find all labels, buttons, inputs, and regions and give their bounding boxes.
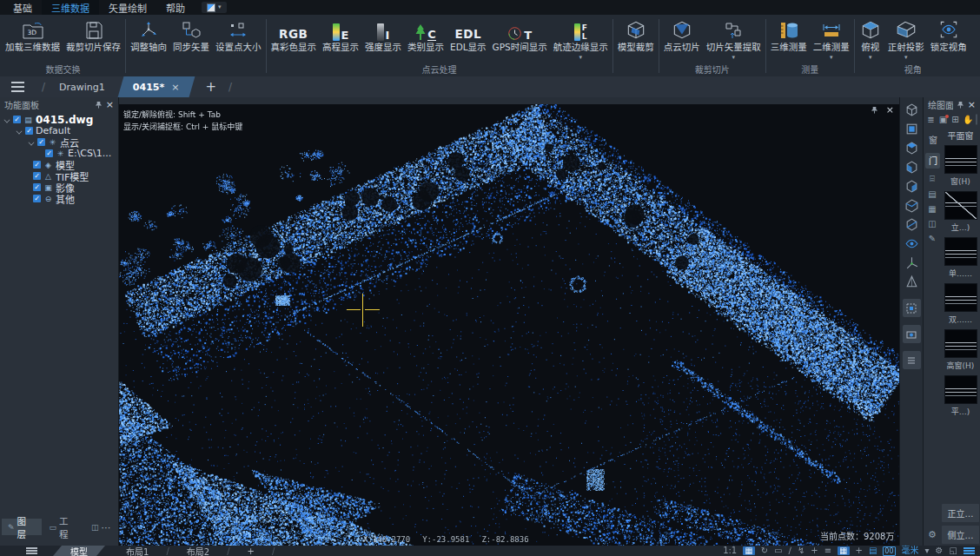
orbit-icon[interactable]: ↻ — [761, 546, 768, 555]
chevron-down-icon[interactable]: ▾ — [925, 546, 930, 555]
grab-hand-icon[interactable]: ✋ — [963, 115, 973, 124]
gps-time-display-button[interactable]: T GPS时间显示 — [493, 17, 547, 53]
category-tab-window[interactable]: 窗 — [925, 132, 940, 148]
layout-tab-model[interactable]: 模型 — [53, 546, 105, 556]
search-input[interactable] — [976, 114, 977, 125]
crosshair-plus-icon[interactable]: + — [811, 546, 818, 555]
adjust-axis-button[interactable]: 调整轴向 — [130, 17, 167, 53]
menu-tab-3d-data[interactable]: 三维数据 — [42, 0, 99, 15]
clip-slice-save-button[interactable]: 裁剪切片保存 — [66, 17, 121, 53]
doc-tab-0415-active[interactable]: 0415* × — [117, 76, 194, 97]
block-item-front-elevation[interactable]: 正立… — [942, 504, 979, 522]
add-layout-button[interactable]: + — [239, 546, 263, 556]
select-box-button[interactable] — [903, 299, 921, 317]
tree-label[interactable]: 其他 — [56, 192, 75, 206]
model-clip-button[interactable]: 模型裁剪 — [618, 17, 654, 53]
fit-view-icon[interactable] — [904, 100, 919, 119]
top-view-button[interactable]: 俯视 ▾ — [859, 17, 882, 61]
slice-vector-extract-button[interactable]: 切片矢量提取 ▾ — [706, 17, 761, 61]
grid-display-icon[interactable]: ▦ — [838, 546, 849, 555]
tree-caret-icon[interactable] — [17, 128, 23, 134]
category-annotation-icon[interactable]: ✎ — [929, 234, 936, 243]
checkbox-checked[interactable]: ✓ — [33, 183, 41, 191]
lineweight-icon[interactable]: ≡ — [824, 546, 831, 555]
category-column-icon[interactable]: ◫ — [928, 219, 936, 228]
checkbox-checked[interactable]: ✓ — [33, 172, 41, 180]
checkbox-checked[interactable]: ✓ — [25, 127, 33, 135]
snapshot-button[interactable] — [903, 325, 921, 343]
pointcloud-slice-button[interactable]: 点云切片 — [664, 17, 700, 53]
pin-icon[interactable] — [957, 101, 964, 109]
panel-tab-more[interactable]: ◫ ⋯ — [85, 519, 116, 535]
zoom-window-icon[interactable] — [904, 119, 919, 138]
gear-icon[interactable]: ⚙ — [936, 546, 944, 555]
category-stairs-icon[interactable]: ▤ — [928, 189, 936, 199]
lock-view-button[interactable]: 锁定视角 — [930, 17, 967, 53]
checkbox-checked[interactable]: ✓ — [33, 161, 41, 169]
category-elevator-icon[interactable]: ⌸ — [930, 174, 935, 184]
snap-grid-icon[interactable]: ▦ — [743, 546, 754, 555]
ortho-icon[interactable]: ∕ — [789, 546, 791, 555]
units-label[interactable]: 毫米 — [902, 546, 919, 555]
load-3d-data-button[interactable]: 3D 加载三维数据 — [5, 17, 60, 53]
list-mode-icon[interactable]: ≣ — [926, 115, 936, 124]
quick-access-dropdown[interactable]: ▾ — [202, 2, 227, 13]
ucs-axis-icon[interactable] — [904, 253, 919, 272]
front-view-icon[interactable] — [904, 157, 919, 176]
block-thumbnail[interactable] — [944, 145, 977, 174]
ortho-projection-button[interactable]: 正射投影 ▾ — [888, 17, 924, 61]
checkbox-checked[interactable]: ✓ — [45, 149, 53, 157]
block-thumbnail[interactable] — [944, 237, 977, 266]
block-thumbnail[interactable] — [944, 375, 977, 404]
panel-tab-project[interactable]: ▭ 工程 — [43, 519, 83, 535]
checkbox-checked[interactable]: ✓ — [33, 195, 41, 202]
close-panel-icon[interactable]: × — [968, 100, 976, 109]
layout-tab-1[interactable]: 布局1 — [117, 545, 157, 556]
tree-caret-icon[interactable] — [29, 139, 35, 145]
menu-hamburger-icon[interactable] — [11, 86, 24, 88]
checkbox-checked[interactable]: ✓ — [37, 138, 45, 146]
category-tab-door[interactable]: 门 — [925, 153, 940, 169]
menu-tab-vector-draw[interactable]: 矢量绘制 — [99, 0, 156, 15]
block-thumbnail[interactable] — [944, 329, 977, 358]
menu-tab-help[interactable]: 帮助 — [156, 0, 195, 15]
close-viewport-icon[interactable]: × — [886, 105, 894, 115]
measure-2d-button[interactable]: 二维测量 ▾ — [813, 17, 850, 61]
rectangle-snap-icon[interactable]: ▭ — [774, 546, 782, 555]
status-menu-icon[interactable] — [963, 550, 975, 552]
perspective-icon[interactable] — [904, 272, 919, 291]
doc-tab-drawing1[interactable]: Drawing1 — [50, 82, 114, 93]
side-view-icon[interactable] — [904, 176, 919, 195]
section-view-icon[interactable] — [904, 215, 919, 234]
block-library-icon[interactable]: ▣ — [938, 115, 948, 124]
close-tab-icon[interactable]: × — [171, 83, 179, 92]
block-item-side-elevation[interactable]: 侧立… — [942, 526, 979, 544]
sync-vector-button[interactable]: 同步矢量 — [173, 17, 209, 53]
true-color-display-button[interactable]: RGB 真彩色显示 — [271, 17, 317, 53]
block-thumbnail[interactable] — [944, 191, 977, 220]
pin-icon[interactable] — [871, 106, 878, 114]
edl-display-button[interactable]: EDL EDL显示 — [450, 17, 487, 53]
annotation-scale-badge[interactable]: 00 — [883, 546, 895, 556]
iso-view-icon[interactable] — [904, 195, 919, 215]
menu-tab-basic[interactable]: 基础 — [3, 0, 42, 15]
top-view-icon[interactable] — [904, 138, 919, 157]
checkbox-checked[interactable]: ✓ — [13, 116, 21, 123]
block-thumbnail[interactable] — [944, 283, 977, 312]
measure-3d-button[interactable]: 三维测量 — [771, 17, 807, 53]
tree-label[interactable]: 0415.dwg — [36, 114, 93, 126]
panel-tab-layers[interactable]: ✎ 图层 — [2, 519, 42, 535]
layers-state-icon[interactable]: ▤ — [869, 546, 877, 555]
eye-view-icon[interactable] — [904, 234, 919, 253]
elevation-display-button[interactable]: E 高程显示 — [322, 17, 359, 53]
set-point-size-button[interactable]: 设置点大小 — [215, 17, 262, 53]
tracking-icon[interactable]: + — [856, 546, 863, 555]
settings-gear-icon[interactable]: ⚙ — [928, 529, 937, 540]
fullscreen-icon[interactable]: ◱ — [950, 546, 957, 555]
category-railing-icon[interactable]: ▦ — [928, 204, 936, 214]
layout-tab-2[interactable]: 布局2 — [178, 545, 218, 556]
dynamic-input-icon[interactable]: ↯ — [798, 546, 805, 555]
add-block-icon[interactable]: ⊞ — [950, 115, 960, 124]
list-view-button[interactable] — [903, 351, 921, 369]
tree-caret-icon[interactable] — [4, 116, 10, 122]
